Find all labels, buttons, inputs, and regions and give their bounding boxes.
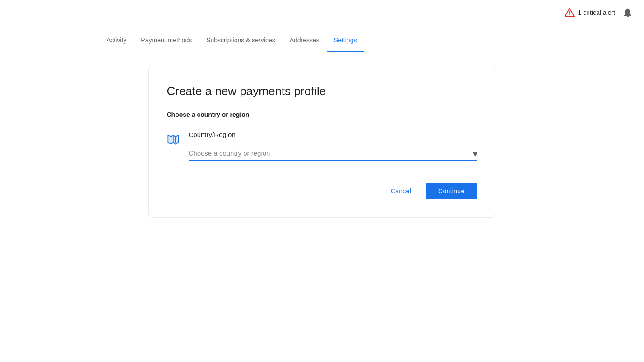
nav-tabs: Activity Payment methods Subscriptions &… [0, 25, 644, 52]
main-content: Create a new payments profile Choose a c… [0, 52, 644, 231]
tab-activity[interactable]: Activity [99, 37, 134, 52]
tab-subscriptions[interactable]: Subscriptions & services [199, 37, 283, 52]
country-select[interactable]: Choose a country or region United States… [189, 146, 477, 161]
alert-area[interactable]: 1 critical alert [565, 7, 633, 18]
tab-addresses[interactable]: Addresses [283, 37, 327, 52]
triangle-alert-icon [565, 8, 575, 18]
button-row: Cancel Continue [167, 183, 477, 199]
top-bar: 1 critical alert [0, 0, 644, 25]
svg-point-0 [569, 14, 570, 15]
country-select-wrapper: Choose a country or region United States… [189, 146, 477, 161]
field-label: Country/Region [189, 131, 477, 138]
card-title: Create a new payments profile [167, 84, 477, 98]
tab-settings[interactable]: Settings [327, 37, 364, 52]
map-icon [167, 133, 180, 147]
cancel-button[interactable]: Cancel [382, 183, 420, 199]
country-field-row: Country/Region Choose a country or regio… [167, 131, 477, 161]
continue-button[interactable]: Continue [426, 183, 477, 199]
bell-icon[interactable] [622, 7, 633, 18]
section-label: Choose a country or region [167, 111, 477, 118]
alert-text: 1 critical alert [578, 9, 615, 16]
payments-profile-card: Create a new payments profile Choose a c… [148, 66, 496, 218]
tab-payment-methods[interactable]: Payment methods [134, 37, 199, 52]
country-field-content: Country/Region Choose a country or regio… [189, 131, 477, 161]
